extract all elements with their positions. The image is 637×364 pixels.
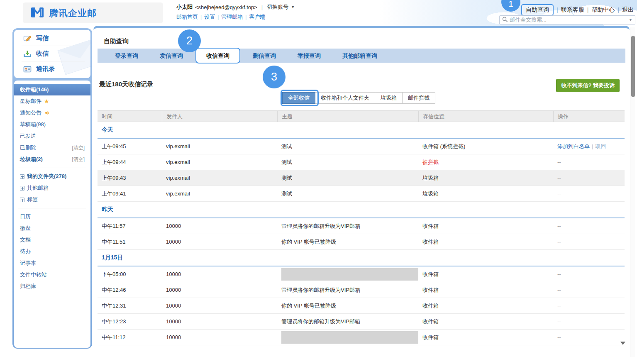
row-action-取回[interactable]: 取回 [595,143,606,149]
location-cell: 收件箱 (系统拦截) [418,143,553,150]
expand-icon[interactable] [20,198,24,202]
action-cell: -- [553,223,625,229]
sidebar-app-item[interactable]: 归档库 [14,281,90,292]
sidebar-action-label: 通讯录 [36,65,55,73]
tab-删信查询[interactable]: 删信查询 [242,49,287,63]
complaint-button[interactable]: 收不到来信? 我要投诉 [556,79,620,92]
app-label: 微盘 [20,225,31,232]
sidebar-tree-item[interactable]: 标签 [14,194,90,205]
section-title: 最近180天收信记录 [99,81,153,88]
location-cell: 收件箱 [418,286,553,294]
tab-举报查询[interactable]: 举报查询 [287,49,332,63]
scrollbar-thumb[interactable] [631,36,635,97]
time-cell: 中午12:31 [98,302,162,310]
no-action-placeholder: -- [557,303,561,309]
sidebar-app-item[interactable]: 文件中转站 [14,269,90,281]
header-nav-link[interactable]: 客户端 [249,13,265,21]
table-row: 中午11:1210000收件箱-- [98,330,625,345]
sidebar-app-item[interactable]: 记事本 [14,257,90,269]
sidebar-folder-item[interactable]: 垃圾箱(2)[清空] [14,154,90,165]
location-cell: 垃圾箱 [418,174,553,182]
filter-全部收信[interactable]: 全部收信 [282,92,315,104]
sidebar-app-item[interactable]: 微盘 [14,222,90,234]
sidebar-folder-item[interactable]: 星标邮件★ [14,95,90,107]
subject-cell: 测试 [277,174,418,182]
sidebar-app-item[interactable]: 文档 [14,234,90,246]
mail-search-box[interactable]: 邮件全文搜索... ▼ [499,15,635,24]
sender-cell: vip.exmail [162,159,277,165]
sidebar-action-label: 收信 [36,50,49,58]
sender-cell: 10000 [162,287,277,293]
header-nav: 邮箱首页|设置|管理邮箱|客户端 [176,13,295,21]
top-link-self-query[interactable]: 自助查询 [521,4,554,16]
sidebar-folder-item[interactable]: 通知公告 [14,107,90,119]
column-header: 发件人 [162,111,277,122]
vertical-scrollbar[interactable] [630,27,635,357]
folder-label: 已删除 [20,144,36,151]
sidebar-action-写信[interactable]: 写信 [14,31,90,46]
filter-收件箱和个人文件夹[interactable]: 收件箱和个人文件夹 [315,92,375,104]
column-header: 主题 [277,111,418,122]
no-action-placeholder: -- [557,191,561,197]
folder-label: 已发送 [20,132,36,140]
top-link-logout[interactable]: 退出 [622,6,634,14]
header-nav-link[interactable]: 邮箱首页 [176,13,198,21]
app-label: 待办 [20,248,31,255]
sender-cell: vip.exmail [162,175,277,181]
location-cell: 收件箱 [418,302,553,310]
expand-icon[interactable] [20,186,24,191]
filter-垃圾箱[interactable]: 垃圾箱 [375,92,403,104]
time-cell: 上午09:44 [98,159,162,166]
sidebar-app-item[interactable]: 日历 [14,211,90,222]
sidebar-action-通讯录[interactable]: 通讯录 [14,61,90,77]
user-block: 小太阳<shejhejeed@qyyxkf.top> | 切换账号 ▼ 邮箱首页… [176,3,295,21]
tab-收信查询[interactable]: 收信查询 [195,48,240,64]
table-row: 下午05:0010000收件箱-- [98,266,625,282]
sidebar-folder-item[interactable]: 收件箱(146) [14,84,90,95]
filter-邮件拦截[interactable]: 邮件拦截 [402,92,435,104]
expand-icon[interactable] [20,174,24,179]
table-row: 中午12:4610000管理员将你的邮箱升级为VIP邮箱收件箱-- [98,282,625,298]
no-action-placeholder: -- [557,271,561,277]
sender-cell: 10000 [162,223,277,229]
header-nav-link[interactable]: 设置 [204,13,215,21]
sidebar-app-item[interactable]: 待办 [14,246,90,257]
tab-登录查询[interactable]: 登录查询 [104,49,149,63]
no-action-placeholder: -- [557,287,561,293]
empty-folder-link[interactable]: [清空] [72,156,85,163]
sidebar-tree-item[interactable]: 其他邮箱 [14,182,90,194]
table-row: 上午09:41vip.exmail测试垃圾箱-- [98,186,625,202]
no-action-placeholder: -- [557,175,561,181]
redacted-subject [281,268,418,281]
time-cell: 中午11:57 [98,222,162,230]
annotation-step-3: 3 [263,66,286,88]
switch-account-link[interactable]: 切换账号 [267,3,288,11]
user-identity: 小太阳<shejhejeed@qyyxkf.top> | 切换账号 ▼ [176,3,295,11]
scroll-down-icon[interactable] [620,342,625,345]
chevron-down-icon[interactable]: ▼ [291,5,295,9]
location-cell: 收件箱 [418,238,553,246]
location-cell: 收件箱 [418,334,553,341]
mail-record-table: 时间发件人主题存信位置操作 今天上午09:45vip.exmail测试收件箱 (… [98,110,625,345]
time-cell: 中午12:46 [98,286,162,294]
sidebar-folder-item[interactable]: 草稿箱(98) [14,119,90,130]
sidebar-folder-item[interactable]: 已发送 [14,130,90,142]
table-row: 中午11:5710000管理员将你的邮箱升级为VIP邮箱收件箱-- [98,218,625,234]
tab-其他邮箱查询[interactable]: 其他邮箱查询 [332,49,388,63]
tree-label: 其他邮箱 [20,184,49,192]
sender-cell: 10000 [162,239,277,245]
folder-label: 通知公告 [20,109,52,117]
empty-folder-link[interactable]: [清空] [72,144,85,151]
sidebar-action-收信[interactable]: 收信 [14,46,90,61]
subject-cell: 测试 [277,190,418,198]
sidebar-folders-card: 收件箱(146)星标邮件★通知公告草稿箱(98)已发送已删除[清空]垃圾箱(2)… [14,81,90,348]
search-scope-dropdown-icon[interactable]: ▼ [629,18,632,22]
header-nav-link[interactable]: 管理邮箱 [221,13,243,21]
top-link-contact-support[interactable]: 联系客服 [561,6,584,14]
top-link-help-center[interactable]: 帮助中心 [591,6,615,14]
sidebar-tree-item[interactable]: 我的文件夹(278) [14,171,90,182]
sidebar-folder-item[interactable]: 已删除[清空] [14,142,90,154]
search-icon [502,16,508,24]
row-action-添加到白名单[interactable]: 添加到白名单 [557,143,590,149]
no-action-placeholder: -- [557,318,561,325]
